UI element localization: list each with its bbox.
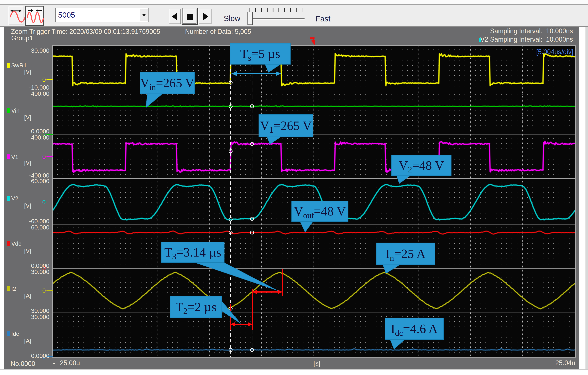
svg-text:0: 0 — [42, 199, 46, 205]
svg-text:0: 0 — [42, 76, 46, 83]
svg-text:[5.004us/div]: [5.004us/div] — [536, 48, 573, 56]
svg-text:[V]: [V] — [24, 68, 31, 75]
svg-text:[A]: [A] — [24, 338, 31, 344]
svg-text:[V]: [V] — [24, 202, 31, 209]
svg-text:5005: 5005 — [58, 11, 75, 19]
svg-text:V2 Sampling Interval: 10.000n: V2 Sampling Interval: 10.000ns — [480, 36, 573, 43]
svg-text:0.0000: 0.0000 — [31, 128, 49, 135]
svg-text:T2=2 µs: T2=2 µs — [175, 300, 216, 316]
svg-text:Sampling Interval: 10.000ns: Sampling Interval: 10.000ns — [490, 27, 573, 35]
svg-text:400.00: 400.00 — [31, 134, 49, 141]
svg-text:0: 0 — [42, 287, 46, 294]
svg-text:Number of Data: 5,005: Number of Data: 5,005 — [185, 28, 251, 35]
svg-text:Slow: Slow — [224, 14, 241, 23]
svg-text:-30.000: -30.000 — [29, 307, 49, 314]
svg-text:30.000: 30.000 — [31, 314, 49, 320]
svg-text:[V]: [V] — [24, 248, 31, 254]
svg-text:60.000: 60.000 — [31, 178, 49, 184]
svg-text:[s]: [s] — [314, 360, 320, 367]
svg-text:25.00u: 25.00u — [60, 359, 80, 367]
svg-text:-: - — [53, 359, 55, 367]
svg-text:0.0000: 0.0000 — [31, 353, 49, 359]
svg-text:[V]: [V] — [24, 160, 31, 166]
svg-text:V2=48 V: V2=48 V — [399, 159, 444, 174]
svg-text:0: 0 — [42, 153, 46, 160]
svg-text:I2: I2 — [11, 285, 16, 292]
svg-text:Ts=5 µs: Ts=5 µs — [240, 47, 280, 63]
svg-text:V1=265 V: V1=265 V — [260, 119, 312, 134]
svg-text:30.000: 30.000 — [31, 47, 49, 54]
svg-text:30.000: 30.000 — [31, 268, 49, 275]
svg-text:Vout=48 V: Vout=48 V — [294, 204, 346, 220]
svg-text:Vin: Vin — [11, 107, 20, 114]
svg-text:[V]: [V] — [24, 114, 31, 121]
svg-text:Group1: Group1 — [11, 34, 33, 42]
svg-text:Vdc: Vdc — [11, 240, 21, 247]
svg-text:60.000: 60.000 — [31, 224, 49, 231]
svg-text:SwR1: SwR1 — [11, 62, 27, 69]
svg-text:-10.000: -10.000 — [29, 84, 49, 91]
svg-text:0.0000: 0.0000 — [31, 262, 49, 269]
svg-text:Vin=265 V: Vin=265 V — [140, 76, 194, 92]
svg-text:No.0000: No.0000 — [10, 360, 35, 367]
svg-text:-60.000: -60.000 — [29, 218, 49, 225]
svg-text:Idc: Idc — [11, 331, 19, 337]
svg-text:[A]: [A] — [24, 292, 31, 299]
svg-text:25.04u: 25.04u — [555, 359, 575, 367]
svg-text:400.00: 400.00 — [31, 90, 49, 97]
svg-text:Fast: Fast — [315, 14, 330, 23]
svg-text:V2: V2 — [11, 195, 18, 202]
svg-text:V1: V1 — [11, 154, 18, 160]
svg-text:Zoom Trigger Time: 2020/03/09: Zoom Trigger Time: 2020/03/09 00:01:13.9… — [11, 28, 160, 35]
